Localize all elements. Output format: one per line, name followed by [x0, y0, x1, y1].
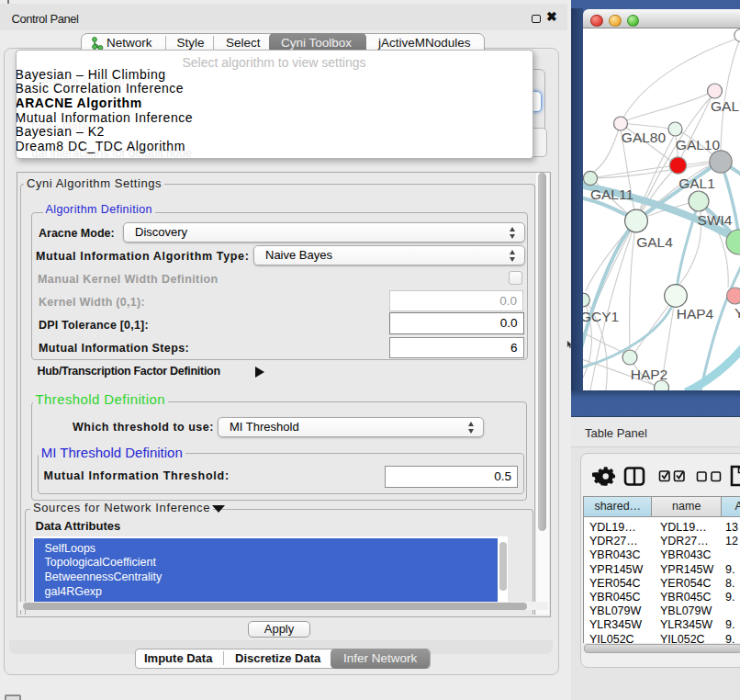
- svg-text:GAL11: GAL11: [589, 186, 633, 202]
- svg-text:HAP4: HAP4: [676, 306, 713, 322]
- svg-text:GAL1: GAL1: [678, 175, 715, 191]
- svg-text:GCY1: GCY1: [583, 309, 619, 324]
- svg-text:GAL4: GAL4: [636, 234, 673, 250]
- svg-text:SWI4: SWI4: [697, 212, 732, 228]
- svg-text:YMR: YMR: [734, 305, 740, 321]
- svg-text:HAP2: HAP2: [630, 367, 667, 382]
- svg-text:GAL80: GAL80: [621, 130, 666, 145]
- svg-text:GAL7: GAL7: [711, 98, 740, 114]
- svg-text:GAL10: GAL10: [675, 137, 720, 152]
